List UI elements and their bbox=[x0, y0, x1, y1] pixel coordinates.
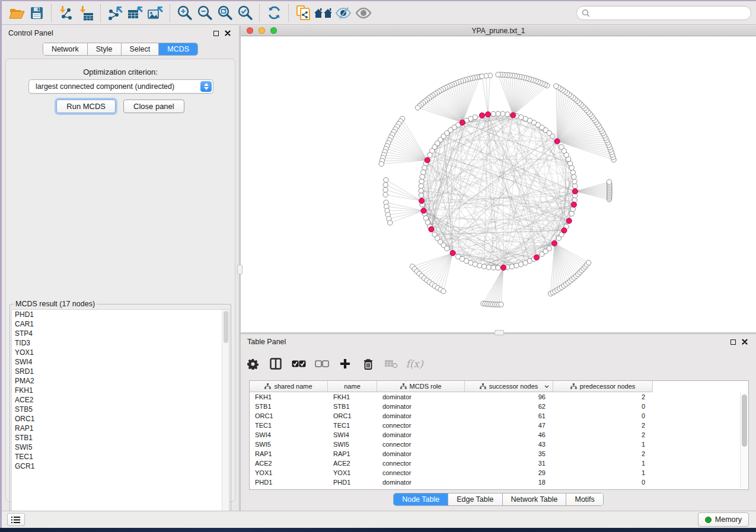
tab-network-table[interactable]: Network Table bbox=[503, 493, 567, 505]
column-visibility-button[interactable] bbox=[269, 357, 283, 371]
unchecked-boxes-icon bbox=[315, 360, 329, 368]
criterion-dropdown[interactable]: largest connected component (undirected) bbox=[28, 79, 213, 94]
vertical-splitter-handle[interactable] bbox=[237, 265, 243, 274]
refresh-layout-button[interactable] bbox=[264, 4, 284, 23]
list-item[interactable]: STP4 bbox=[12, 329, 229, 338]
eye-slash-icon bbox=[335, 7, 352, 20]
float-panel-icon[interactable] bbox=[213, 31, 219, 36]
select-all-button[interactable] bbox=[292, 357, 306, 371]
table-scrollbar[interactable] bbox=[740, 393, 748, 489]
export-image-button[interactable] bbox=[145, 4, 165, 23]
tab-motifs[interactable]: Motifs bbox=[566, 493, 602, 505]
open-folder-icon bbox=[9, 6, 25, 20]
list-item[interactable]: SRD1 bbox=[12, 367, 229, 376]
task-history-button[interactable] bbox=[7, 513, 25, 526]
float-panel-icon[interactable] bbox=[731, 339, 736, 345]
list-item[interactable]: FKH1 bbox=[12, 386, 229, 395]
table-row[interactable]: TEC1 TEC1 connector 47 2 bbox=[250, 421, 748, 430]
list-item[interactable]: STB5 bbox=[12, 405, 229, 414]
hide-selected-button[interactable] bbox=[333, 4, 353, 23]
tab-network[interactable]: Network bbox=[43, 43, 88, 55]
table-row[interactable]: YOX1 YOX1 connector 29 1 bbox=[250, 468, 748, 477]
zoom-out-button[interactable] bbox=[194, 4, 215, 23]
column-header-name[interactable]: name bbox=[328, 381, 377, 392]
list-item[interactable]: RAP1 bbox=[12, 424, 229, 433]
run-mcds-button[interactable]: Run MCDS bbox=[56, 100, 116, 113]
table-scrollbar-thumb[interactable] bbox=[742, 395, 747, 447]
export-network-icon bbox=[107, 5, 123, 21]
export-network-button[interactable] bbox=[105, 4, 125, 23]
table-row[interactable]: SWI5 SWI5 connector 43 1 bbox=[250, 440, 748, 449]
table-row[interactable]: FKH1 FKH1 dominator 96 2 bbox=[250, 392, 748, 402]
toolbar-separator bbox=[170, 4, 170, 22]
column-header-shared-name[interactable]: shared name bbox=[250, 381, 328, 392]
search-input[interactable] bbox=[576, 6, 751, 20]
export-table-button[interactable] bbox=[125, 4, 145, 23]
memory-button[interactable]: Memory bbox=[698, 512, 749, 527]
list-item[interactable]: GCR1 bbox=[12, 462, 229, 471]
criterion-label: Optimization criterion: bbox=[6, 68, 235, 76]
desktop: Control Panel Network Style Select MCDS … bbox=[0, 0, 756, 532]
app-content: Control Panel Network Style Select MCDS … bbox=[2, 1, 756, 528]
close-panel-icon[interactable] bbox=[742, 339, 748, 345]
zoom-out-icon bbox=[197, 5, 213, 21]
save-session-button[interactable] bbox=[27, 4, 47, 23]
table-row[interactable]: SWI4 SWI4 dominator 46 2 bbox=[250, 430, 748, 440]
list-item[interactable]: CAR1 bbox=[12, 319, 229, 329]
column-header-mcds-role[interactable]: MCDS role bbox=[377, 381, 465, 392]
control-panel-tabs: Network Style Select MCDS bbox=[2, 43, 239, 56]
list-item[interactable]: PMA2 bbox=[12, 376, 229, 386]
delete-column-button[interactable] bbox=[361, 357, 375, 371]
horizontal-splitter-handle[interactable] bbox=[495, 330, 504, 335]
list-item[interactable]: SWI5 bbox=[12, 443, 229, 452]
table-row[interactable]: STB1 STB1 dominator 62 0 bbox=[250, 402, 748, 411]
show-all-button[interactable] bbox=[353, 4, 374, 23]
list-item[interactable]: YOX1 bbox=[12, 348, 229, 357]
table-panel: Table Panel bbox=[241, 334, 756, 511]
list-item[interactable]: ACE2 bbox=[12, 395, 229, 405]
table-panel-titlebar: Table Panel bbox=[241, 334, 756, 350]
list-item[interactable]: SWI4 bbox=[12, 357, 229, 367]
column-header-successor-nodes[interactable]: successor nodes bbox=[465, 381, 553, 392]
list-item[interactable]: ORC1 bbox=[12, 414, 229, 424]
network-titlebar[interactable]: YPA_prune.txt_1 bbox=[241, 25, 756, 36]
close-panel-button[interactable]: Close panel bbox=[123, 100, 184, 113]
list-item[interactable]: PHD1 bbox=[12, 310, 229, 319]
list-item[interactable]: TID3 bbox=[12, 338, 229, 348]
zoom-in-button[interactable] bbox=[174, 4, 194, 23]
close-panel-icon[interactable] bbox=[225, 30, 231, 36]
zoom-fit-button[interactable] bbox=[215, 4, 235, 23]
zoom-selected-icon bbox=[237, 5, 253, 21]
table-row[interactable]: RAP1 RAP1 dominator 35 2 bbox=[250, 449, 748, 459]
zoom-fit-icon bbox=[217, 5, 233, 21]
mcds-list-scrollbar[interactable] bbox=[222, 310, 229, 517]
table-row[interactable]: PHD1 PHD1 dominator 18 0 bbox=[250, 477, 748, 487]
tab-select[interactable]: Select bbox=[122, 43, 160, 55]
tab-mcds[interactable]: MCDS bbox=[159, 43, 197, 55]
tab-edge-table[interactable]: Edge Table bbox=[448, 493, 502, 505]
add-column-button[interactable] bbox=[338, 357, 352, 371]
clone-network-button[interactable] bbox=[293, 4, 313, 23]
search-box bbox=[576, 6, 751, 20]
fx-icon: f(x) bbox=[406, 358, 423, 370]
delete-table-button[interactable] bbox=[384, 357, 398, 371]
column-header-predecessor-nodes[interactable]: predecessor nodes bbox=[553, 381, 653, 392]
tab-style[interactable]: Style bbox=[88, 43, 122, 55]
network-graph[interactable] bbox=[241, 37, 756, 332]
function-builder-button[interactable]: f(x) bbox=[407, 357, 422, 371]
neighborhood-button[interactable] bbox=[313, 4, 333, 23]
table-settings-button[interactable] bbox=[245, 357, 260, 371]
import-network-button[interactable] bbox=[56, 4, 76, 23]
list-item[interactable]: TEC1 bbox=[12, 452, 229, 462]
table-row[interactable]: ORC1 ORC1 dominator 61 0 bbox=[250, 411, 748, 421]
tab-node-table[interactable]: Node Table bbox=[394, 493, 448, 505]
status-bar: Memory bbox=[2, 511, 756, 528]
list-item[interactable]: STB1 bbox=[12, 433, 229, 443]
import-table-button[interactable] bbox=[76, 4, 96, 23]
deselect-all-button[interactable] bbox=[315, 357, 329, 371]
table-row[interactable]: ACE2 ACE2 connector 31 1 bbox=[250, 459, 748, 468]
open-file-button[interactable] bbox=[7, 4, 27, 23]
network-canvas[interactable] bbox=[241, 37, 756, 332]
zoom-selected-button[interactable] bbox=[235, 4, 255, 23]
table-tabs: Node Table Edge Table Network Table Moti… bbox=[241, 493, 756, 506]
